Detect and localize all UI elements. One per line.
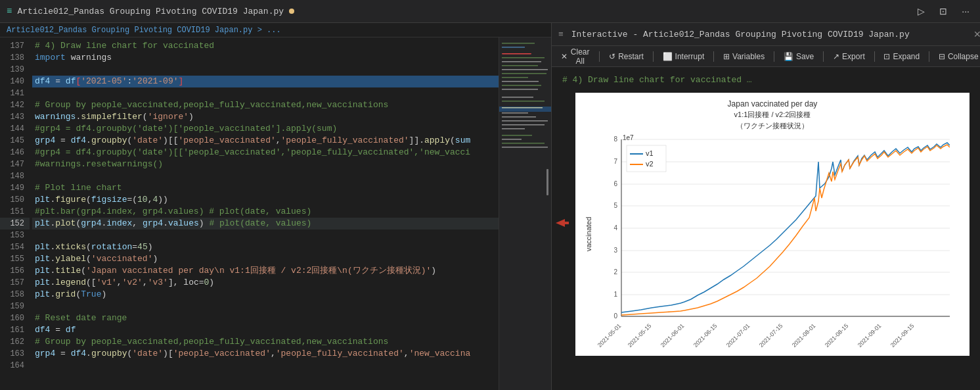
code-line-137: # 4) Draw line chart for vaccinated xyxy=(32,40,499,52)
svg-text:2021-06-15: 2021-06-15 xyxy=(692,322,719,349)
svg-text:2021-09-01: 2021-09-01 xyxy=(857,322,883,349)
code-line-152: plt.plot(grp4.index, grp4.values) # plot… xyxy=(32,218,499,230)
variables-icon: ⊞ xyxy=(723,52,730,61)
export-icon: ↗ xyxy=(833,52,839,61)
svg-text:8: 8 xyxy=(613,135,617,143)
title-bar-left: ≡ Article012_Pandas Grouping Pivoting CO… xyxy=(7,6,914,16)
code-line-153 xyxy=(32,230,499,241)
svg-rect-3 xyxy=(502,53,531,55)
modified-dot xyxy=(289,9,294,14)
code-line-141 xyxy=(32,87,499,99)
svg-text:1e7: 1e7 xyxy=(623,134,634,141)
title-bar: ≡ Article012_Pandas Grouping Pivoting CO… xyxy=(0,0,980,23)
svg-text:v1: v1 xyxy=(646,149,654,157)
interrupt-icon: ⬜ xyxy=(663,52,673,61)
svg-rect-10 xyxy=(502,81,539,82)
svg-rect-7 xyxy=(502,69,548,70)
svg-rect-21 xyxy=(502,128,525,130)
main-area: Article012_Pandas Grouping Pivoting COVI… xyxy=(0,23,980,390)
export-button[interactable]: ↗ Export xyxy=(829,51,869,62)
svg-text:7: 7 xyxy=(613,158,617,165)
code-line-154: plt.xticks(rotation=45) xyxy=(32,241,499,253)
svg-rect-2 xyxy=(502,47,525,48)
svg-text:2021-07-15: 2021-07-15 xyxy=(758,322,784,349)
run-button[interactable]: ▷ xyxy=(914,5,929,18)
svg-marker-27 xyxy=(556,219,569,227)
svg-rect-4 xyxy=(502,57,545,59)
interactive-toolbar: ✕ Clear All ↺ Restart ⬜ Interrupt ⊞ Vari… xyxy=(552,46,980,67)
split-button[interactable]: ⊡ xyxy=(935,5,951,18)
svg-rect-16 xyxy=(502,101,545,102)
svg-rect-28 xyxy=(621,139,950,316)
svg-text:vaccinated: vaccinated xyxy=(585,217,592,252)
svg-rect-22 xyxy=(502,135,532,136)
interactive-title: Interactive - Article012_Pandas Grouping… xyxy=(571,30,910,39)
svg-text:2021-05-01: 2021-05-01 xyxy=(596,322,623,349)
restart-button[interactable]: ↺ Restart xyxy=(605,51,648,62)
close-panel-button[interactable]: ✕ xyxy=(973,29,980,39)
expand-button[interactable]: ⊡ Expand xyxy=(880,51,924,62)
code-line-140: df4 = df['2021-05':'2021-09'] xyxy=(32,76,499,87)
svg-rect-6 xyxy=(502,65,538,66)
code-line-147: #warnings.resetwarnings() xyxy=(32,158,499,170)
code-line-143: warnings.simplefilter('ignore') xyxy=(32,111,499,123)
restart-icon: ↺ xyxy=(609,52,615,61)
svg-rect-1 xyxy=(502,43,535,44)
svg-text:2021-07-01: 2021-07-01 xyxy=(725,322,751,349)
code-area[interactable]: 137 138 139 140 141 142 143 144 145 146 … xyxy=(0,37,551,390)
collapse-icon: ⊟ xyxy=(939,52,945,61)
code-line-149: # Plot line chart xyxy=(32,182,499,194)
code-line-145: grp4 = df4.groupby('date')[['people_vacc… xyxy=(32,135,499,147)
svg-rect-8 xyxy=(502,73,546,74)
svg-text:2021-08-01: 2021-08-01 xyxy=(791,322,817,349)
interrupt-button[interactable]: ⬜ Interrupt xyxy=(659,51,709,62)
code-line-138: import warnings xyxy=(32,52,499,64)
code-lines[interactable]: # 4) Draw line chart for vaccinated impo… xyxy=(30,37,499,390)
minimap-content xyxy=(499,37,551,390)
code-line-156: plt.title('Japan vaccinated per day\n v1… xyxy=(32,265,499,277)
code-line-150: plt.figure(figsize=(10,4)) xyxy=(32,194,499,206)
svg-rect-26 xyxy=(546,169,548,195)
svg-rect-19 xyxy=(502,120,548,122)
code-line-161: df4 = df xyxy=(32,324,499,336)
minimap xyxy=(499,37,551,390)
interactive-content[interactable]: # 4) Draw line chart for vaccinated … Ja… xyxy=(552,67,980,390)
code-line-163: grp4 = df4.groupby('date')['people_vacci… xyxy=(32,348,499,360)
code-line-139 xyxy=(32,64,499,76)
code-line-148 xyxy=(32,170,499,182)
file-title: Article012_Pandas Grouping Pivoting COVI… xyxy=(17,7,284,16)
sep-5 xyxy=(823,51,824,62)
arrow-indicator xyxy=(556,216,569,232)
clear-icon: ✕ xyxy=(561,52,568,61)
output-comment: # 4) Draw line chart for vaccinated … xyxy=(562,75,977,85)
code-panel: Article012_Pandas Grouping Pivoting COVI… xyxy=(0,23,552,390)
code-line-146: #grp4 = df4.groupby('date')[['people_vac… xyxy=(32,147,499,158)
svg-rect-12 xyxy=(502,89,538,90)
svg-rect-17 xyxy=(502,112,528,114)
sep-7 xyxy=(929,51,929,62)
chart-area: Japan vaccinated per day v1:1回接種 / v2:2回… xyxy=(562,93,977,356)
interactive-header: ≡ Interactive - Article012_Pandas Groupi… xyxy=(552,23,980,46)
code-line-160: # Reset date range xyxy=(32,312,499,324)
more-button[interactable]: ··· xyxy=(958,5,973,18)
svg-text:v2: v2 xyxy=(646,160,654,168)
code-line-162: # Group by people_vaccinated,people_full… xyxy=(32,336,499,348)
breadcrumb: Article012_Pandas Grouping Pivoting COVI… xyxy=(0,23,551,37)
svg-rect-15 xyxy=(502,97,533,98)
collapse-button[interactable]: ⊟ Collapse xyxy=(935,51,980,62)
svg-text:1: 1 xyxy=(613,291,617,298)
line-numbers: 137 138 139 140 141 142 143 144 145 146 … xyxy=(0,37,30,390)
sep-4 xyxy=(774,51,774,62)
svg-rect-24 xyxy=(502,143,545,144)
svg-text:2021-05-15: 2021-05-15 xyxy=(627,322,653,349)
svg-rect-14 xyxy=(502,107,543,109)
breadcrumb-text: Article012_Pandas Grouping Pivoting COVI… xyxy=(7,26,281,35)
svg-text:6: 6 xyxy=(613,180,617,187)
svg-text:2: 2 xyxy=(613,268,617,276)
svg-text:4: 4 xyxy=(613,224,617,232)
svg-text:0: 0 xyxy=(613,312,617,320)
title-bar-actions: ▷ ⊡ ··· xyxy=(914,5,973,18)
clear-all-button[interactable]: ✕ Clear All xyxy=(557,46,594,67)
variables-button[interactable]: ⊞ Variables xyxy=(719,51,768,62)
save-button[interactable]: 💾 Save xyxy=(780,51,818,62)
